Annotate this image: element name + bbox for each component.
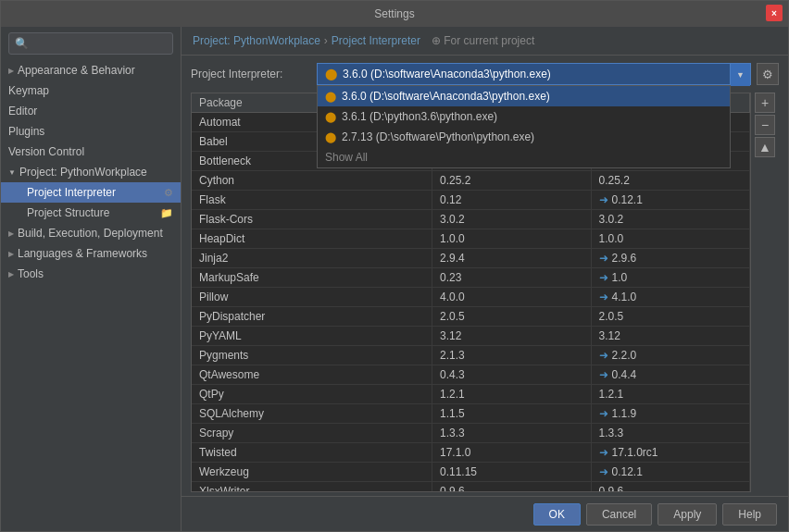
remove-package-button[interactable]: − <box>755 115 775 135</box>
table-row[interactable]: Scrapy 1.3.3 1.3.3 <box>192 424 750 443</box>
cell-latest: ➜0.12.1 <box>592 191 751 209</box>
upgrade-icon: ➜ <box>599 446 608 459</box>
upgrade-package-button[interactable]: ▲ <box>755 137 775 157</box>
upgrade-icon: ➜ <box>599 252 608 265</box>
add-package-button[interactable]: + <box>755 93 775 113</box>
cell-version: 0.4.3 <box>432 365 592 384</box>
sidebar-item-label: Editor <box>8 105 37 118</box>
sidebar-item-plugins[interactable]: Plugins <box>1 121 181 142</box>
cell-version: 0.9.6 <box>432 482 592 491</box>
table-row[interactable]: XlsxWriter 0.9.6 0.9.6 <box>192 482 750 491</box>
sidebar-item-keymap[interactable]: Keymap <box>1 80 181 101</box>
cell-package: Flask-Cors <box>192 210 432 229</box>
table-row[interactable]: PyDispatcher 2.0.5 2.0.5 <box>192 307 750 327</box>
table-row[interactable]: QtPy 1.2.1 1.2.1 <box>192 385 750 404</box>
cell-version: 2.0.5 <box>432 307 592 326</box>
table-row[interactable]: SQLAlchemy 1.1.5 ➜1.1.9 <box>192 404 750 424</box>
dropdown-item-2[interactable]: ⬤ 2.7.13 (D:\software\Python\python.exe) <box>318 127 730 147</box>
sidebar-item-project[interactable]: ▼ Project: PythonWorkplace <box>1 162 181 182</box>
triangle-open-icon: ▼ <box>8 168 16 177</box>
interpreter-select[interactable]: ⬤ 3.6.0 (D:\software\Anaconda3\python.ex… <box>317 63 751 85</box>
table-row[interactable]: Flask 0.12 ➜0.12.1 <box>192 191 750 210</box>
cell-package: PyDispatcher <box>192 307 432 326</box>
sidebar-item-appearance[interactable]: ▶ Appearance & Behavior <box>1 60 181 80</box>
cell-latest: ➜0.12.1 <box>592 463 751 481</box>
sidebar-search[interactable]: 🔍 <box>8 32 173 55</box>
triangle-icon: ▶ <box>8 67 14 75</box>
table-row[interactable]: MarkupSafe 0.23 ➜1.0 <box>192 268 750 288</box>
dropdown-item-0[interactable]: ⬤ 3.6.0 (D:\software\Anaconda3\python.ex… <box>318 86 730 106</box>
sidebar-item-label: Languages & Frameworks <box>18 247 147 260</box>
cell-package: Cython <box>192 171 432 190</box>
cell-version: 1.3.3 <box>432 424 592 442</box>
cell-latest: 2.0.5 <box>592 307 751 326</box>
cell-latest: ➜17.1.0rc1 <box>592 443 751 462</box>
cell-package: SQLAlchemy <box>192 404 432 423</box>
interpreter-dropdown-arrow[interactable]: ▼ <box>730 64 750 86</box>
cell-package: PyYAML <box>192 327 432 345</box>
cell-latest: 1.0.0 <box>592 229 751 248</box>
cell-latest: ➜1.0 <box>592 268 751 287</box>
sidebar-item-version-control[interactable]: Version Control <box>1 142 181 162</box>
cell-latest: ➜4.1.0 <box>592 288 751 306</box>
triangle-icon: ▶ <box>8 250 14 258</box>
interpreter-label: Project Interpreter: <box>191 68 311 80</box>
apply-button[interactable]: Apply <box>658 503 717 526</box>
cell-latest: 1.3.3 <box>592 424 751 442</box>
table-row[interactable]: Flask-Cors 3.0.2 3.0.2 <box>192 210 750 229</box>
breadcrumb-page: Project Interpreter <box>332 34 420 47</box>
breadcrumb: Project: PythonWorkplace › Project Inter… <box>182 27 788 56</box>
cell-version: 3.12 <box>432 327 592 345</box>
show-all-interpreters[interactable]: Show All <box>318 147 730 167</box>
table-row[interactable]: HeapDict 1.0.0 1.0.0 <box>192 229 750 249</box>
sidebar-item-project-structure[interactable]: Project Structure 📁 <box>1 203 181 223</box>
interpreter-settings-button[interactable]: ⚙ <box>757 63 779 85</box>
cell-latest: 0.9.6 <box>592 482 751 491</box>
table-row[interactable]: QtAwesome 0.4.3 ➜0.4.4 <box>192 365 750 385</box>
cell-latest: 0.25.2 <box>592 171 751 190</box>
sidebar-item-label: Appearance & Behavior <box>18 64 135 77</box>
python-icon-0: ⬤ <box>325 91 336 103</box>
settings-dialog: Settings × 🔍 ▶ Appearance & Behavior Key… <box>0 0 789 532</box>
sidebar-item-editor[interactable]: Editor <box>1 101 181 121</box>
cell-package: MarkupSafe <box>192 268 432 287</box>
cell-version: 1.2.1 <box>432 385 592 403</box>
sidebar-item-build[interactable]: ▶ Build, Execution, Deployment <box>1 223 181 243</box>
cell-package: QtAwesome <box>192 365 432 384</box>
upgrade-icon: ➜ <box>599 465 608 478</box>
table-row[interactable]: PyYAML 3.12 3.12 <box>192 327 750 346</box>
table-row[interactable]: Cython 0.25.2 0.25.2 <box>192 171 750 191</box>
cell-version: 17.1.0 <box>432 443 592 462</box>
cell-version: 3.0.2 <box>432 210 592 229</box>
table-row[interactable]: Pygments 2.1.3 ➜2.2.0 <box>192 346 750 365</box>
cell-package: Pygments <box>192 346 432 365</box>
sidebar: 🔍 ▶ Appearance & Behavior Keymap Editor … <box>1 27 182 531</box>
sidebar-item-label: Plugins <box>8 125 44 138</box>
sidebar-item-languages[interactable]: ▶ Languages & Frameworks <box>1 243 181 264</box>
cancel-button[interactable]: Cancel <box>586 503 652 526</box>
dropdown-item-1[interactable]: ⬤ 3.6.1 (D:\python3.6\python.exe) <box>318 106 730 127</box>
bottom-bar: OK Cancel Apply Help <box>182 496 788 531</box>
cell-latest: 1.2.1 <box>592 385 751 403</box>
help-button[interactable]: Help <box>722 503 777 526</box>
cell-package: XlsxWriter <box>192 482 432 491</box>
gear-icon: ⚙ <box>164 187 173 199</box>
triangle-icon: ▶ <box>8 229 14 238</box>
close-button[interactable]: × <box>766 5 783 21</box>
dropdown-item-label-1: 3.6.1 (D:\python3.6\python.exe) <box>342 110 497 123</box>
table-row[interactable]: Jinja2 2.9.4 ➜2.9.6 <box>192 249 750 268</box>
sidebar-item-project-interpreter[interactable]: Project Interpreter ⚙ <box>1 182 181 203</box>
folder-icon: 📁 <box>160 207 173 219</box>
ok-button[interactable]: OK <box>533 503 581 526</box>
sidebar-item-label: Tools <box>18 267 44 280</box>
cell-version: 1.0.0 <box>432 229 592 248</box>
dropdown-item-label-0: 3.6.0 (D:\software\Anaconda3\python.exe) <box>342 90 550 103</box>
sidebar-item-tools[interactable]: ▶ Tools <box>1 264 181 284</box>
sidebar-search-input[interactable] <box>32 37 167 50</box>
table-row[interactable]: Pillow 4.0.0 ➜4.1.0 <box>192 288 750 307</box>
sidebar-item-label: Keymap <box>8 84 49 97</box>
table-row[interactable]: Twisted 17.1.0 ➜17.1.0rc1 <box>192 443 750 463</box>
upgrade-icon: ➜ <box>599 349 608 362</box>
interpreter-row: Project Interpreter: ⬤ 3.6.0 (D:\softwar… <box>182 56 788 93</box>
table-row[interactable]: Werkzeug 0.11.15 ➜0.12.1 <box>192 463 750 482</box>
